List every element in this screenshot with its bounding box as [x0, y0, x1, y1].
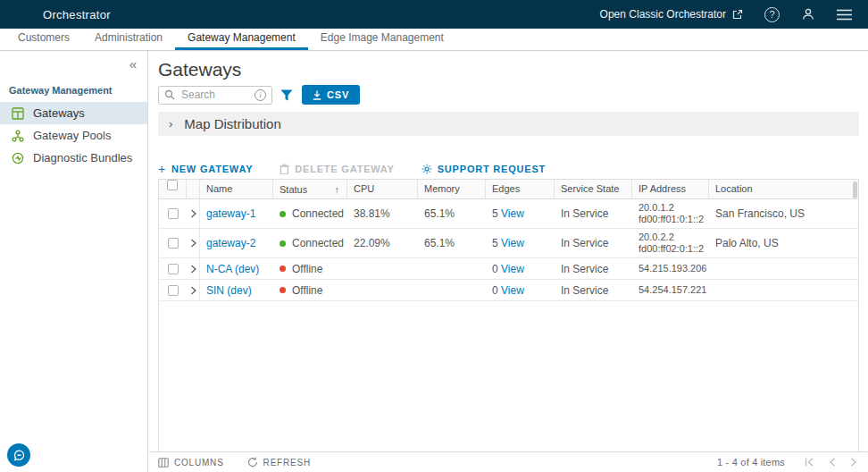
plus-icon: +	[158, 162, 166, 176]
sidebar-collapse-icon[interactable]: «	[129, 56, 137, 72]
service-state: In Service	[555, 284, 632, 297]
table-header-row: Name Status ↑ CPU Memory Edges Service S…	[159, 180, 858, 199]
cpu-value: 22.09%	[347, 237, 418, 249]
status-text: Offline	[292, 263, 322, 275]
edges-view-link[interactable]: View	[501, 263, 524, 275]
topbar-actions: Open Classic Orchestrator ?	[600, 7, 852, 22]
gateway-name-link[interactable]: gateway-2	[206, 237, 255, 249]
download-icon	[313, 90, 321, 100]
first-page-icon[interactable]	[805, 458, 814, 467]
select-all-checkbox[interactable]	[167, 180, 178, 190]
sidebar-item-label: Diagnostic Bundles	[33, 151, 132, 164]
search-icon	[164, 89, 175, 100]
search-input[interactable]	[179, 88, 250, 102]
tab-administration[interactable]: Administration	[82, 31, 175, 50]
ip-address-v6: fd00:ff01:0:1::2	[638, 214, 709, 225]
gateway-name-link[interactable]: SIN (dev)	[206, 284, 252, 297]
column-header-memory[interactable]: Memory	[418, 180, 486, 199]
orchestrator-app: Orchestrator Open Classic Orchestrator ?	[0, 0, 868, 472]
status-dot	[280, 211, 286, 217]
column-header-location[interactable]: Location	[709, 180, 858, 199]
row-expand-chevron[interactable]	[187, 280, 200, 300]
hamburger-menu-icon[interactable]	[837, 9, 852, 21]
csv-export-button[interactable]: CSV	[302, 85, 360, 105]
status-text: Connected	[292, 237, 344, 249]
edges-count: 0	[492, 284, 498, 297]
map-distribution-accordion[interactable]: › Map Distribution	[158, 112, 859, 136]
edges-view-link[interactable]: View	[501, 284, 524, 297]
table-actions: + NEW GATEWAY DELETE GATEWAY	[158, 162, 546, 176]
row-checkbox[interactable]	[168, 285, 179, 296]
chevron-right-icon: ›	[169, 117, 172, 131]
chat-bubble-icon	[13, 449, 26, 462]
trash-icon	[280, 164, 289, 174]
status-text: Connected	[292, 207, 344, 220]
filter-icon[interactable]	[280, 89, 293, 101]
status-dot	[280, 240, 286, 247]
sidebar-item-diagnostic-bundles[interactable]: Diagnostic Bundles	[0, 147, 147, 169]
table-scrollbar-thumb[interactable]	[853, 181, 857, 198]
row-checkbox[interactable]	[168, 264, 179, 274]
toolbar: i CSV	[158, 85, 360, 105]
sidebar-item-label: Gateways	[33, 106, 85, 120]
external-link-icon	[732, 9, 743, 20]
page-title: Gateways	[158, 59, 241, 80]
row-expand-chevron[interactable]	[187, 199, 200, 228]
location: Palo Alto, US	[709, 237, 858, 249]
select-all-column	[159, 180, 187, 199]
open-classic-label: Open Classic Orchestrator	[600, 8, 726, 21]
row-expand-chevron[interactable]	[187, 229, 200, 257]
gateways-table: Name Status ↑ CPU Memory Edges Service S…	[158, 179, 859, 451]
edges-view-link[interactable]: View	[501, 207, 524, 220]
status-dot	[280, 266, 286, 272]
delete-gateway-button[interactable]: DELETE GATEWAY	[280, 164, 394, 174]
sidebar-item-gateway-pools[interactable]: Gateway Pools	[0, 124, 147, 147]
refresh-icon	[247, 457, 258, 468]
sidebar-item-label: Gateway Pools	[33, 129, 111, 142]
ip-address-v4: 54.215.193.206	[638, 263, 709, 274]
column-header-status[interactable]: Status ↑	[273, 180, 347, 199]
row-checkbox[interactable]	[168, 208, 179, 219]
app-title: Orchestrator	[43, 8, 111, 21]
gateway-name-link[interactable]: gateway-1	[206, 207, 255, 220]
service-state: In Service	[555, 237, 632, 249]
diagnostic-bundles-icon	[12, 151, 25, 164]
table-footer: COLUMNS REFRESH 1 - 4 of 4 items	[149, 451, 868, 472]
column-header-service-state[interactable]: Service State	[555, 180, 632, 199]
new-gateway-button[interactable]: + NEW GATEWAY	[158, 162, 253, 176]
column-header-name[interactable]: Name	[200, 180, 273, 199]
sidebar-item-gateways[interactable]: Gateways	[0, 102, 147, 124]
table-row: N-CA (dev) Offline 0 View In Service 54.…	[159, 258, 858, 280]
row-expand-chevron[interactable]	[187, 258, 200, 279]
tab-edge-image-management[interactable]: Edge Image Management	[308, 31, 456, 50]
column-header-ip-address[interactable]: IP Address	[632, 180, 709, 199]
sidebar-section-title: Gateway Management	[9, 85, 147, 96]
support-request-button[interactable]: SUPPORT REQUEST	[421, 164, 546, 174]
refresh-button[interactable]: REFRESH	[247, 457, 311, 468]
gear-icon	[421, 164, 432, 174]
user-icon[interactable]	[801, 7, 815, 21]
column-header-edges[interactable]: Edges	[486, 180, 555, 199]
next-page-icon[interactable]	[850, 458, 857, 467]
columns-button[interactable]: COLUMNS	[158, 458, 224, 468]
gateway-name-link[interactable]: N-CA (dev)	[206, 263, 259, 275]
row-checkbox[interactable]	[168, 238, 179, 249]
tab-gateway-management[interactable]: Gateway Management	[175, 31, 308, 50]
location: San Francisco, US	[709, 207, 858, 220]
column-header-cpu[interactable]: CPU	[347, 180, 418, 199]
search-info-icon[interactable]: i	[255, 89, 266, 101]
help-icon[interactable]: ?	[764, 7, 780, 22]
map-distribution-label: Map Distribution	[184, 116, 280, 131]
edges-view-link[interactable]: View	[501, 237, 524, 249]
pagination: 1 - 4 of 4 items	[717, 457, 857, 468]
service-state: In Service	[555, 263, 632, 275]
table-row: SIN (dev) Offline 0 View In Service 54.2…	[159, 280, 858, 301]
ip-address-v4: 20.0.2.2	[638, 232, 709, 243]
tab-customers[interactable]: Customers	[18, 31, 82, 50]
support-chat-button[interactable]	[7, 443, 30, 467]
previous-page-icon[interactable]	[829, 458, 836, 467]
edges-count: 0	[492, 263, 498, 275]
gateway-pools-icon	[12, 129, 25, 142]
expand-column-header	[187, 180, 200, 199]
open-classic-orchestrator-link[interactable]: Open Classic Orchestrator	[600, 8, 743, 21]
